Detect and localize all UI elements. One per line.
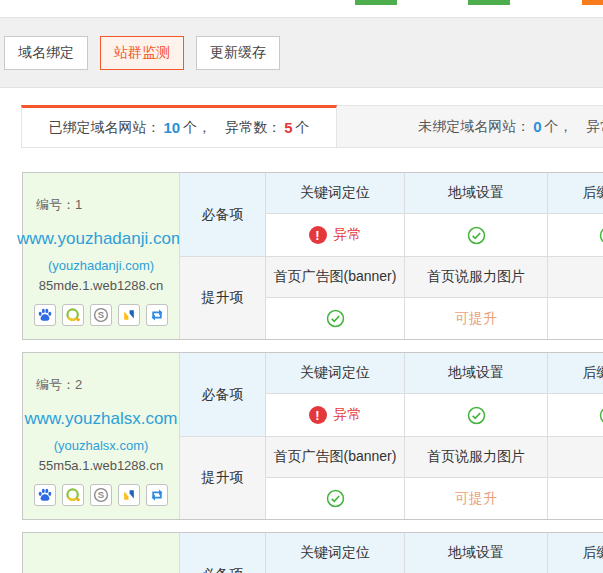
unbound-unit: 个， [545, 118, 573, 136]
improve-column-header [547, 256, 603, 297]
site-alias: (youzhadanji.com) [48, 258, 154, 273]
improvable-status-label: 可提升 [455, 310, 497, 328]
required-status-cell [404, 393, 547, 436]
bound-abnormal-unit: 个 [296, 119, 310, 137]
improve-status-cell [547, 297, 603, 339]
sogou-icon: S [93, 307, 109, 323]
site-info-cell: 编号：3 [23, 533, 179, 573]
unbound-count: 0 [533, 118, 541, 135]
site-info-cell: 编号：2www.youzhalsx.com(youzhalsx.com)55m5… [23, 353, 179, 519]
sogou-engine-button[interactable]: S [90, 304, 112, 326]
improve-items-label: 提升项 [179, 256, 265, 339]
stats-tab-unbound[interactable]: 未绑定域名网站： 0 个， 异常数： 0 个 [337, 105, 603, 148]
shenma-icon [121, 307, 137, 323]
bound-count: 10 [163, 119, 180, 136]
ok-check-icon [599, 406, 603, 425]
toolbar: 域名绑定 站群监测 更新缓存 [0, 17, 603, 88]
refresh-engine-button[interactable] [146, 304, 168, 326]
search-engine-icons: S [34, 484, 168, 506]
bound-abnormal-count: 5 [284, 119, 292, 136]
site-alias: (youzhalsx.com) [54, 438, 149, 453]
site-url-link[interactable]: www.youzhadanji.com [17, 229, 185, 249]
tab-domain-binding[interactable]: 域名绑定 [4, 36, 88, 70]
site-block: 编号：3必备项提升项关键词定位地域设置后缀词设置首页广告图(banner)首页说… [22, 532, 603, 573]
baidu-icon [37, 307, 53, 323]
required-status-cell [547, 213, 603, 256]
sogou-engine-button[interactable]: S [90, 484, 112, 506]
improve-status-cell [265, 477, 404, 519]
site-block-list: 编号：1www.youzhadanji.com(youzhadanji.com)… [22, 172, 603, 573]
required-column-header: 后缀词设置 [547, 173, 603, 213]
refresh-icon [149, 307, 165, 323]
required-status-cell: !异常 [265, 393, 404, 436]
abnormal-status-label: 异常 [334, 406, 362, 424]
ok-check-icon [467, 226, 486, 245]
abnormal-icon: ! [309, 406, 327, 424]
stats-tabs: 已绑定域名网站： 10 个， 异常数： 5 个 未绑定域名网站： 0 个， 异常… [21, 105, 603, 148]
required-column-header: 地域设置 [404, 173, 547, 213]
svg-text:S: S [98, 309, 104, 320]
improve-items-label: 提升项 [179, 436, 265, 519]
ok-check-icon [326, 489, 345, 508]
site-info-cell: 编号：1www.youzhadanji.com(youzhadanji.com)… [23, 173, 179, 339]
green-button-stub[interactable] [468, 0, 510, 5]
360-engine-button[interactable] [62, 484, 84, 506]
improve-status-cell [265, 297, 404, 339]
shenma-engine-button[interactable] [118, 484, 140, 506]
svg-text:S: S [98, 489, 104, 500]
refresh-engine-button[interactable] [146, 484, 168, 506]
required-column-header: 地域设置 [404, 533, 547, 573]
refresh-icon [149, 487, 165, 503]
site-block: 编号：1www.youzhadanji.com(youzhadanji.com)… [22, 172, 603, 340]
sogou-icon: S [93, 487, 109, 503]
abnormal-status-label: 异常 [334, 226, 362, 244]
baidu-engine-button[interactable] [34, 304, 56, 326]
360-engine-button[interactable] [62, 304, 84, 326]
green-button-stub[interactable] [355, 0, 397, 5]
site-number: 编号：1 [36, 196, 82, 214]
ok-check-icon [467, 406, 486, 425]
required-status-cell [547, 393, 603, 436]
shenma-icon [121, 487, 137, 503]
360-icon [65, 307, 81, 323]
stats-tab-bound[interactable]: 已绑定域名网站： 10 个， 异常数： 5 个 [21, 105, 337, 148]
bound-label: 已绑定域名网站： [48, 119, 160, 137]
360-icon [65, 487, 81, 503]
tab-site-group-monitor[interactable]: 站群监测 [100, 36, 184, 70]
site-subdomain: 55m5a.1.web1288.cn [39, 458, 163, 473]
baidu-engine-button[interactable] [34, 484, 56, 506]
site-subdomain: 85mde.1.web1288.cn [39, 278, 163, 293]
unbound-label: 未绑定域名网站： [418, 118, 530, 136]
top-strip [0, 0, 603, 17]
required-status-cell [404, 213, 547, 256]
improve-status-cell: 可提升 [404, 477, 547, 519]
site-url-link[interactable]: www.youzhalsx.com [24, 409, 177, 429]
ok-check-icon [326, 309, 345, 328]
required-items-label: 必备项 [179, 353, 265, 436]
tab-update-cache[interactable]: 更新缓存 [196, 36, 280, 70]
improve-column-header: 首页说服力图片 [404, 256, 547, 297]
required-column-header: 关键词定位 [265, 173, 404, 213]
bound-abnormal-label: 异常数： [225, 119, 281, 137]
required-items-label: 必备项 [179, 173, 265, 256]
site-block: 编号：2www.youzhalsx.com(youzhalsx.com)55m5… [22, 352, 603, 520]
improve-column-header: 首页广告图(banner) [265, 256, 404, 297]
improve-column-header: 首页广告图(banner) [265, 436, 404, 477]
required-status-cell: !异常 [265, 213, 404, 256]
required-column-header: 地域设置 [404, 353, 547, 393]
required-column-header: 后缀词设置 [547, 353, 603, 393]
required-items-label: 必备项 [179, 533, 265, 573]
bound-unit: 个， [183, 119, 211, 137]
baidu-icon [37, 487, 53, 503]
improve-status-cell [547, 477, 603, 519]
orange-button-stub[interactable] [582, 0, 603, 5]
required-column-header: 关键词定位 [265, 353, 404, 393]
unbound-abnormal-label: 异常数： [587, 118, 603, 136]
required-column-header: 关键词定位 [265, 533, 404, 573]
required-column-header: 后缀词设置 [547, 533, 603, 573]
improve-column-header: 首页说服力图片 [404, 436, 547, 477]
site-number: 编号：2 [36, 376, 82, 394]
improve-column-header [547, 436, 603, 477]
shenma-engine-button[interactable] [118, 304, 140, 326]
improvable-status-label: 可提升 [455, 490, 497, 508]
